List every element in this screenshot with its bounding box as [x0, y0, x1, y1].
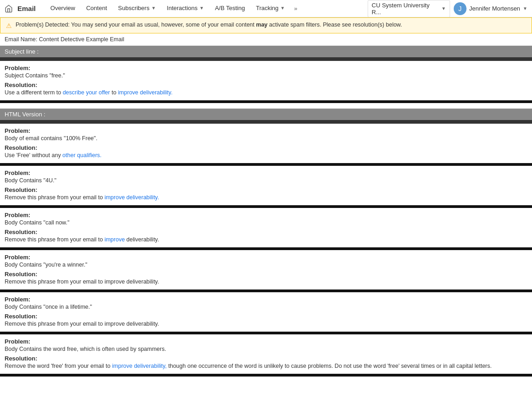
html-divider-6 — [0, 374, 532, 377]
html-resolution-text-3: Remove this phrase from your email to im… — [5, 236, 527, 243]
subject-section-header: Subject line : — [0, 46, 532, 57]
html-problem-text-4: Body Contains "you're a winner." — [5, 262, 527, 268]
html-res-link-2[interactable]: improve deliverability. — [104, 194, 159, 201]
user-menu[interactable]: J Jennifer Mortensen ▼ — [454, 2, 527, 15]
org-selector[interactable]: CU System University R... ▼ — [368, 0, 450, 17]
nav-items: Overview Content Subscribers ▼ Interacti… — [45, 0, 368, 17]
html-problem-5: Problem: Body Contains "once in a lifeti… — [0, 292, 532, 332]
nav-abtesting[interactable]: A/B Testing — [209, 0, 250, 17]
nav-more[interactable]: » — [290, 0, 301, 17]
html-problem-text-3: Body Contains "call now." — [5, 219, 527, 226]
subscribers-chevron: ▼ — [151, 5, 156, 11]
html-resolution-label-1: Resolution: — [5, 144, 527, 151]
html-problem-text-6: Body Contains the word free, which is of… — [5, 346, 527, 352]
html-problem-6: Problem: Body Contains the word free, wh… — [0, 334, 532, 374]
html-problem-text-2: Body Contains "4U." — [5, 177, 527, 184]
home-icon[interactable] — [5, 5, 13, 13]
html-section-header: HTML Version : — [0, 109, 532, 120]
html-resolution-text-1: Use 'Free' without any other qualifiers. — [5, 152, 527, 158]
nav-content[interactable]: Content — [81, 0, 113, 17]
html-problem-label-5: Problem: — [5, 296, 527, 303]
html-problem-3: Problem: Body Contains "call now." Resol… — [0, 208, 532, 247]
org-name: CU System University R... — [372, 2, 439, 16]
html-resolution-text-4: Remove this phrase from your email to im… — [5, 278, 527, 285]
section-gap-1 — [0, 103, 532, 109]
html-problem-2: Problem: Body Contains "4U." Resolution:… — [0, 166, 532, 205]
warning-icon: ⚠ — [6, 22, 12, 29]
html-res-link-6a[interactable]: improve deliverability, — [112, 363, 167, 369]
interactions-chevron: ▼ — [200, 5, 204, 11]
nav-tracking[interactable]: Tracking ▼ — [250, 0, 290, 17]
html-problem-label-2: Problem: — [5, 169, 527, 176]
html-res-link-3a[interactable]: improve — [104, 236, 125, 243]
html-res-link-1[interactable]: other qualifiers. — [62, 152, 101, 158]
html-problem-label-4: Problem: — [5, 254, 527, 261]
subject-score-bar — [0, 57, 532, 61]
html-resolution-text-5: Remove this phrase from your email to im… — [5, 321, 527, 327]
html-resolution-text-6: Remove the word 'free' from your email t… — [5, 363, 527, 369]
html-problem-label-3: Problem: — [5, 212, 527, 218]
top-navigation: Email Overview Content Subscribers ▼ Int… — [0, 0, 532, 17]
warning-text: Problem(s) Detected: You may send your e… — [16, 22, 402, 28]
resolution-link-1a[interactable]: describe your offer — [63, 89, 110, 96]
html-problem-text-1: Body of email contains "100% Free". — [5, 135, 527, 142]
user-chevron: ▼ — [523, 6, 527, 11]
html-section: HTML Version : Problem: Body of email co… — [0, 109, 532, 377]
subject-section: Subject line : Problem: Subject Contains… — [0, 46, 532, 103]
problem-text-1: Subject Contains "free." — [5, 72, 527, 79]
html-resolution-label-6: Resolution: — [5, 355, 527, 362]
content-area: Subject line : Problem: Subject Contains… — [0, 46, 532, 377]
warning-banner: ⚠ Problem(s) Detected: You may send your… — [0, 17, 532, 33]
nav-subscribers[interactable]: Subscribers ▼ — [113, 0, 162, 17]
subject-problem-1: Problem: Subject Contains "free." Resolu… — [0, 61, 532, 100]
nav-overview[interactable]: Overview — [45, 0, 81, 17]
tracking-chevron: ▼ — [280, 5, 285, 11]
user-avatar: J — [454, 2, 467, 15]
html-resolution-label-3: Resolution: — [5, 229, 527, 235]
html-score-bar — [0, 120, 532, 124]
resolution-link-1b[interactable]: improve deliverability. — [118, 89, 173, 96]
html-resolution-label-2: Resolution: — [5, 186, 527, 193]
html-resolution-text-2: Remove this phrase from your email to im… — [5, 194, 527, 201]
html-resolution-label-4: Resolution: — [5, 271, 527, 278]
html-problem-4: Problem: Body Contains "you're a winner.… — [0, 250, 532, 289]
email-name-bar: Email Name: Content Detective Example Em… — [0, 33, 532, 46]
user-name: Jennifer Mortensen — [469, 5, 520, 12]
email-name-value: Content Detective Example Email — [39, 36, 124, 43]
html-resolution-label-5: Resolution: — [5, 313, 527, 320]
html-problem-label-1: Problem: — [5, 127, 527, 134]
problem-label-1: Problem: — [5, 65, 527, 71]
resolution-text-1: Use a different term to describe your of… — [5, 89, 527, 96]
nav-right: CU System University R... ▼ J Jennifer M… — [368, 0, 527, 17]
html-problem-text-5: Body Contains "once in a lifetime." — [5, 304, 527, 310]
html-problem-label-6: Problem: — [5, 338, 527, 345]
resolution-label-1: Resolution: — [5, 82, 527, 88]
html-problem-1: Problem: Body of email contains "100% Fr… — [0, 124, 532, 163]
app-title: Email — [17, 5, 36, 12]
email-name-label: Email Name: — [5, 36, 38, 43]
nav-interactions[interactable]: Interactions ▼ — [161, 0, 209, 17]
org-chevron: ▼ — [441, 6, 446, 11]
